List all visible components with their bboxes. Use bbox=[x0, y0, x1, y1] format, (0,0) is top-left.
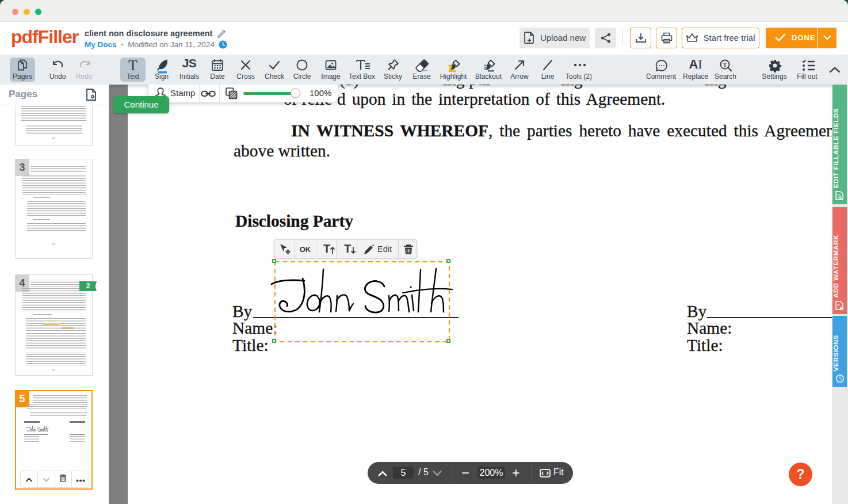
svg-text:T: T bbox=[723, 62, 727, 68]
svg-text:A: A bbox=[839, 306, 843, 311]
